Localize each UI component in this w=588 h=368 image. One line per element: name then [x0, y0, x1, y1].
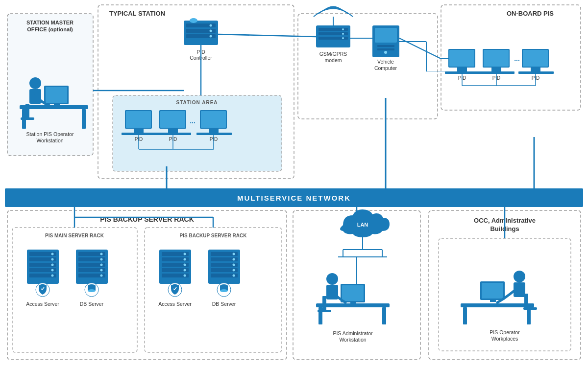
diagram-container: STATION MASTER OFFICE (optional) TYPICAL… [0, 0, 588, 368]
svg-rect-146 [162, 263, 189, 267]
svg-rect-147 [162, 268, 189, 272]
svg-line-89 [399, 38, 441, 59]
svg-rect-21 [375, 28, 397, 43]
svg-text:modem: modem [324, 57, 342, 63]
svg-point-125 [36, 283, 49, 297]
svg-text:Access Server: Access Server [26, 301, 59, 307]
svg-rect-115 [29, 252, 56, 256]
svg-point-154 [168, 283, 182, 297]
svg-text:STATION MASTER: STATION MASTER [26, 20, 74, 25]
svg-point-32 [210, 30, 212, 32]
svg-rect-197 [514, 282, 525, 297]
svg-rect-64 [522, 49, 549, 68]
svg-rect-109 [293, 210, 420, 360]
svg-text:PID: PID [492, 75, 501, 81]
svg-rect-159 [211, 263, 238, 267]
svg-point-150 [184, 258, 186, 261]
svg-rect-42 [159, 110, 186, 129]
svg-point-167 [217, 283, 231, 297]
svg-rect-194 [482, 283, 503, 299]
svg-point-15 [342, 28, 344, 30]
svg-point-162 [233, 253, 235, 255]
svg-rect-132 [78, 274, 105, 277]
svg-rect-14 [318, 37, 348, 40]
svg-rect-158 [211, 257, 238, 261]
svg-rect-13 [318, 32, 348, 35]
svg-rect-187 [318, 310, 331, 312]
svg-point-149 [184, 253, 186, 255]
svg-rect-67 [518, 71, 554, 74]
svg-rect-157 [211, 252, 238, 256]
svg-rect-49 [201, 111, 226, 128]
svg-rect-58 [483, 49, 510, 68]
svg-rect-61 [479, 71, 514, 74]
svg-rect-130 [78, 263, 105, 267]
svg-rect-12 [318, 28, 348, 31]
svg-point-24 [384, 51, 387, 54]
svg-rect-128 [78, 252, 105, 256]
svg-rect-56 [445, 71, 480, 74]
svg-point-170 [220, 289, 228, 292]
svg-rect-38 [126, 111, 151, 128]
svg-rect-82 [21, 117, 34, 120]
svg-rect-143 [159, 250, 191, 284]
svg-text:PID: PID [458, 75, 466, 81]
svg-point-123 [51, 269, 54, 272]
svg-rect-0 [7, 14, 93, 156]
svg-rect-80 [29, 89, 41, 104]
svg-text:TYPICAL STATION: TYPICAL STATION [109, 10, 165, 17]
svg-rect-27 [184, 21, 218, 45]
svg-rect-53 [448, 49, 475, 68]
svg-rect-40 [122, 133, 157, 135]
svg-rect-181 [341, 284, 365, 302]
svg-rect-186 [322, 296, 326, 311]
svg-point-136 [100, 269, 103, 272]
svg-rect-29 [186, 29, 216, 33]
svg-rect-193 [480, 281, 505, 300]
svg-rect-180 [382, 307, 386, 324]
svg-rect-30 [186, 34, 216, 38]
svg-point-151 [184, 264, 186, 266]
svg-rect-77 [46, 87, 67, 103]
svg-rect-185 [326, 285, 338, 299]
svg-rect-113 [439, 238, 571, 351]
svg-rect-190 [461, 303, 534, 307]
svg-rect-148 [162, 274, 189, 277]
svg-rect-73 [20, 105, 88, 109]
svg-rect-191 [463, 307, 467, 324]
svg-rect-50 [209, 129, 219, 133]
svg-text:DB Server: DB Server [80, 301, 104, 307]
svg-text:LAN: LAN [357, 222, 368, 228]
svg-text:OCC, Administrative: OCC, Administrative [474, 217, 536, 224]
svg-point-135 [100, 264, 103, 266]
svg-rect-144 [162, 252, 189, 256]
svg-text:Vehicle: Vehicle [377, 59, 394, 65]
svg-rect-11 [316, 25, 350, 47]
svg-text:...: ... [514, 55, 520, 63]
svg-rect-60 [491, 68, 501, 71]
svg-text:PIS BACKUP SERVER RACK: PIS BACKUP SERVER RACK [100, 215, 194, 223]
svg-rect-78 [54, 104, 60, 106]
svg-point-152 [184, 269, 186, 272]
svg-rect-66 [531, 68, 540, 71]
svg-rect-199 [523, 307, 537, 310]
svg-rect-119 [29, 274, 56, 277]
svg-rect-75 [82, 109, 86, 129]
svg-rect-198 [524, 294, 528, 308]
svg-text:MULTISERVICE NETWORK: MULTISERVICE NETWORK [237, 194, 351, 202]
svg-rect-127 [76, 250, 108, 284]
svg-rect-110 [429, 210, 581, 360]
svg-point-31 [210, 24, 212, 27]
svg-point-134 [100, 258, 103, 261]
svg-point-34 [190, 18, 197, 23]
svg-rect-43 [160, 111, 185, 128]
svg-text:DB Server: DB Server [212, 301, 236, 307]
svg-rect-156 [208, 250, 240, 284]
svg-rect-22 [377, 45, 394, 47]
svg-rect-117 [29, 263, 56, 267]
svg-point-124 [51, 275, 54, 277]
svg-rect-145 [162, 257, 189, 261]
svg-text:Controller: Controller [190, 55, 212, 61]
svg-rect-65 [523, 50, 548, 67]
svg-point-120 [51, 253, 54, 255]
